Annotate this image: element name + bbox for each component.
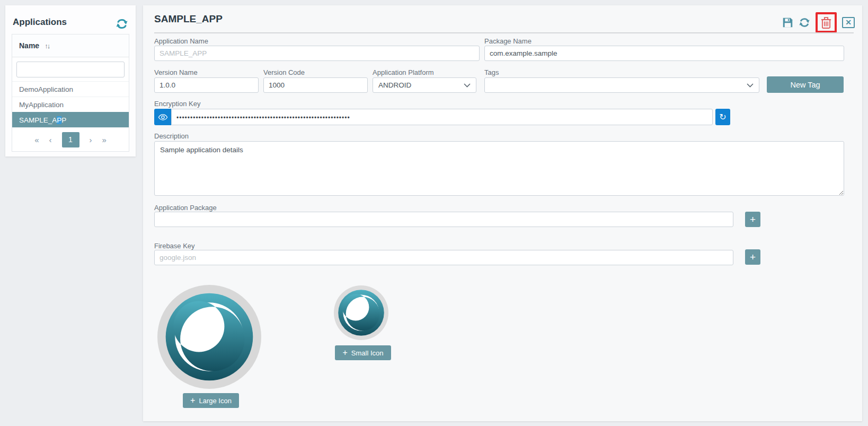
large-icon-button-label: Large Icon xyxy=(199,397,231,405)
detail-toolbar: ✕ xyxy=(782,13,855,32)
application-package-label: Application Package xyxy=(154,204,217,212)
small-app-icon-image xyxy=(334,285,388,340)
pagination-last-button[interactable]: » xyxy=(102,136,107,144)
pagination-next-button[interactable]: › xyxy=(90,136,92,144)
close-icon[interactable]: ✕ xyxy=(842,17,855,28)
application-package-input[interactable] xyxy=(154,212,733,227)
sort-icon[interactable]: ↑↓ xyxy=(45,42,49,50)
delete-highlight-annotation xyxy=(816,12,837,33)
applications-refresh-icon[interactable] xyxy=(116,18,128,30)
small-icon-button-label: Small Icon xyxy=(351,349,384,357)
large-app-icon-image xyxy=(157,285,261,389)
selected-row-highlighted-char: P xyxy=(57,116,61,124)
description-label: Description xyxy=(154,132,189,140)
application-platform-select[interactable]: ANDROID xyxy=(373,77,476,93)
pagination-first-button[interactable]: « xyxy=(34,136,39,144)
add-firebase-key-button[interactable]: + xyxy=(745,249,760,265)
firebase-key-label: Firebase Key xyxy=(154,242,195,250)
header-divider xyxy=(154,32,854,33)
application-platform-label: Application Platform xyxy=(373,68,434,76)
refresh-icon[interactable] xyxy=(799,17,810,28)
chevron-down-icon xyxy=(464,83,471,88)
pagination-page-1-button[interactable]: 1 xyxy=(62,132,79,147)
application-name-label: Application Name xyxy=(154,37,208,45)
application-list-item[interactable]: DemoApplication xyxy=(12,81,129,97)
description-textarea[interactable]: Sample application details xyxy=(154,141,844,196)
delete-trash-icon[interactable] xyxy=(821,16,831,29)
application-list-item-selected[interactable]: SAMPLE_APP xyxy=(12,112,129,127)
application-platform-value: ANDROID xyxy=(378,81,411,89)
applications-table: Name ↑↓ DemoApplication MyApplication SA… xyxy=(12,34,129,152)
package-name-label: Package Name xyxy=(484,37,532,45)
version-name-input[interactable] xyxy=(154,77,259,93)
application-name-input[interactable] xyxy=(154,46,480,61)
encryption-key-label: Encryption Key xyxy=(154,100,200,108)
new-tag-button[interactable]: New Tag xyxy=(767,76,844,93)
regenerate-key-button[interactable]: ↻ xyxy=(715,109,730,125)
pagination-prev-button[interactable]: ‹ xyxy=(49,136,52,144)
plus-icon: + xyxy=(190,396,195,405)
package-name-input[interactable] xyxy=(484,46,844,61)
applications-panel-title: Applications xyxy=(13,17,67,28)
reload-icon: ↻ xyxy=(719,112,726,122)
upload-large-icon-button[interactable]: + Large Icon xyxy=(183,393,239,408)
version-code-label: Version Code xyxy=(263,68,305,76)
applications-table-header: Name ↑↓ xyxy=(12,34,129,57)
version-code-input[interactable] xyxy=(263,77,368,93)
application-detail-panel: SAMPLE_APP xyxy=(143,5,862,421)
eye-icon xyxy=(158,114,168,120)
chevron-down-icon xyxy=(747,83,754,88)
selected-row-text: P xyxy=(61,116,66,124)
name-filter-input[interactable] xyxy=(16,62,125,77)
version-name-label: Version Name xyxy=(154,68,198,76)
plus-icon: + xyxy=(342,348,347,358)
applications-panel: Applications Name ↑↓ DemoApplication MyA… xyxy=(5,5,136,157)
tags-label: Tags xyxy=(484,68,499,76)
pagination: « ‹ 1 › » xyxy=(12,127,129,151)
applications-filter-row xyxy=(12,57,129,81)
selected-row-text: SAMPLE_A xyxy=(19,116,57,124)
page-title: SAMPLE_APP xyxy=(154,13,223,25)
show-key-eye-button[interactable] xyxy=(154,109,171,125)
upload-small-icon-button[interactable]: + Small Icon xyxy=(335,345,391,360)
application-list-item[interactable]: MyApplication xyxy=(12,97,129,112)
tags-select[interactable] xyxy=(484,77,759,93)
firebase-key-input[interactable] xyxy=(154,250,733,265)
save-icon[interactable] xyxy=(782,17,793,28)
encryption-key-input[interactable] xyxy=(171,109,713,125)
add-application-package-button[interactable]: + xyxy=(745,212,760,227)
name-column-header: Name xyxy=(19,41,39,50)
